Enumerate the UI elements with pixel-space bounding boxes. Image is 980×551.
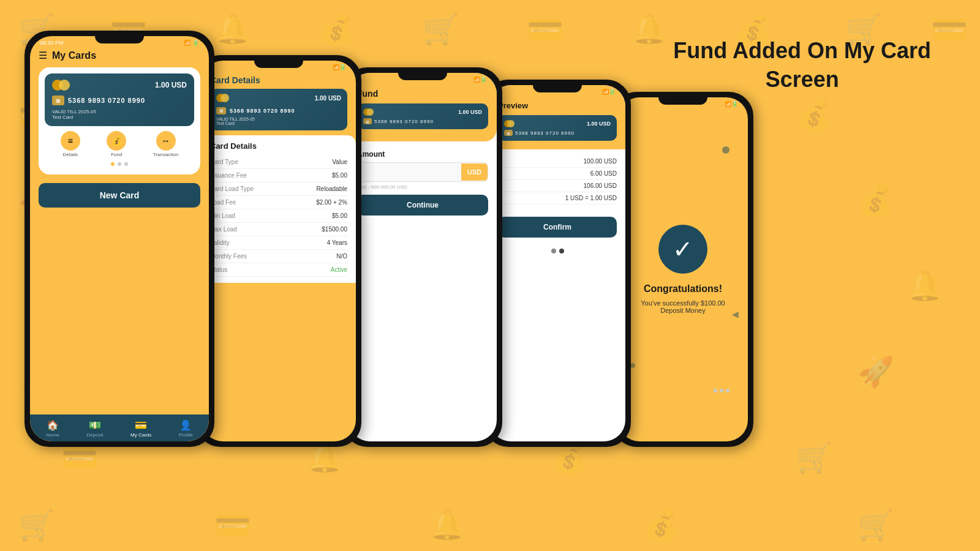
phone-1-notch — [95, 32, 144, 43]
fund-card-mini: 1.00 USD ▦ 5368 9893 0720 8990 — [357, 103, 488, 129]
preview-row-1: 100.00 USD — [498, 156, 617, 168]
credit-card: 1.00 USD ▦ 5368 9893 0720 8990 VALID TIL… — [45, 73, 194, 126]
mycards-title: My Cards — [52, 50, 96, 61]
hamburger-icon[interactable]: ☰ — [39, 50, 47, 61]
fund-screen-title: Fund — [357, 89, 488, 99]
preview-row-3: 106.00 USD — [498, 180, 617, 192]
nav-profile[interactable]: 👤 Profile — [179, 419, 193, 438]
fund-mc-logo — [363, 108, 374, 116]
phones-container: 08:30 PM 📶 🔋 ☰ My Cards — [24, 31, 753, 447]
signal-icons-1: 📶 🔋 — [184, 40, 199, 46]
nav-profile-label: Profile — [179, 432, 193, 438]
details-icon: ≡ — [61, 131, 80, 151]
preview-top: Preview 1.00 USD ▦ 5368 9893 0720 8990 — [489, 96, 625, 149]
screen-preview: 📶🔋 Preview 1.00 USD ▦ — [489, 85, 625, 441]
mycards-header: ☰ My Cards — [30, 47, 209, 65]
fund-top: Fund 1.00 USD ▦ 5368 9893 0720 8990 — [349, 84, 497, 141]
phone-4-notch — [533, 81, 582, 92]
card-top-row: 1.00 USD — [52, 80, 187, 91]
fund-card-amount: 1.00 USD — [458, 109, 482, 115]
phone-5-screen: 📶🔋 ◀ ✓ Congratulations! You've successfu… — [618, 97, 748, 441]
carddetails-title: Card Details — [210, 75, 260, 85]
nav-home[interactable]: 🏠 Home — [46, 419, 59, 438]
fund-body: Amount USD 0.10 - 500,000.00 USD Continu… — [349, 141, 497, 224]
nav-mycards[interactable]: 💳 My Cards — [130, 419, 151, 438]
nav-home-label: Home — [46, 432, 59, 438]
card-valid: VALID TILL 2025-05 — [52, 109, 187, 114]
details-list-title: Card Details — [210, 141, 347, 151]
detail-row-monthly: Monthly Fees N/O — [210, 250, 347, 263]
nav-deposit[interactable]: 💵 Deposit — [86, 419, 103, 438]
phone-1: 08:30 PM 📶 🔋 ☰ My Cards — [24, 31, 214, 447]
transaction-label: Transaction — [153, 152, 179, 157]
action-details[interactable]: ≡ Details — [61, 131, 80, 157]
screen-fund: 📶🔋 Fund 1.00 USD ▦ — [349, 73, 497, 441]
card-amount: 1.00 USD — [155, 81, 187, 89]
profile-icon: 👤 — [179, 419, 192, 431]
phone-4: 📶🔋 Preview 1.00 USD ▦ — [484, 80, 631, 447]
deco-arrow: ◀ — [732, 309, 739, 319]
card-carousel: 1.00 USD ▦ 5368 9893 0720 8990 VALID TIL… — [39, 67, 200, 174]
dot-2 — [118, 162, 121, 166]
action-transaction[interactable]: ↔ Transaction — [153, 131, 179, 157]
congrats-title: Congratulations! — [644, 283, 722, 294]
detail-row-maxload: Max Load $1500.00 — [210, 223, 347, 236]
detail-row-minload: Min Load $5.00 — [210, 209, 347, 223]
details-card-top: 1.00 USD — [216, 94, 341, 102]
detail-row-loadtype: Card Load Type Reloadable — [210, 182, 347, 196]
phone-2-screen: 📶🔋 Card Details 1.00 USD — [202, 61, 356, 441]
mc-circle-right — [59, 80, 70, 91]
fund-icon: 💰 — [107, 131, 126, 151]
phone-4-screen: 📶🔋 Preview 1.00 USD ▦ — [489, 85, 625, 441]
preview-dots — [489, 244, 625, 258]
transaction-icon: ↔ — [156, 131, 176, 151]
phone-5: 📶🔋 ◀ ✓ Congratulations! You've successfu… — [612, 92, 753, 447]
time-1: 08:30 PM — [40, 40, 64, 46]
nav-mycards-label: My Cards — [130, 432, 151, 438]
usd-badge: USD — [461, 163, 488, 181]
details-card-number: 5368 9893 0720 8990 — [230, 108, 295, 114]
card-chip-row: ▦ 5368 9893 0720 8990 — [52, 96, 187, 105]
bottom-nav: 🏠 Home 💵 Deposit 💳 My Cards 👤 Profile — [30, 414, 209, 441]
confirm-button[interactable]: Confirm — [498, 217, 617, 238]
mycards-icon: 💳 — [135, 419, 147, 431]
amount-input-row: USD — [357, 162, 488, 182]
detail-row-loadfee: Load Fee $2.00 + 2% — [210, 196, 347, 209]
phone-1-screen: 08:30 PM 📶 🔋 ☰ My Cards — [30, 36, 209, 441]
phone-2-notch — [254, 57, 303, 68]
fund-card-number: 5368 9893 0720 8990 — [374, 119, 434, 124]
card-number: 5368 9893 0720 8990 — [68, 97, 145, 104]
new-card-button[interactable]: New Card — [39, 183, 200, 208]
fund-chip: ▦ — [363, 118, 372, 124]
dot-1 — [111, 162, 115, 166]
preview-mc-logo — [504, 120, 514, 127]
signal-icons-2: 📶🔋 — [333, 64, 346, 70]
details-mc-c2 — [221, 94, 229, 102]
home-icon: 🏠 — [47, 419, 59, 431]
action-fund[interactable]: 💰 Fund — [107, 131, 126, 157]
carousel-dots — [45, 160, 194, 168]
detail-row-issuance: Issuance Fee $5.00 — [210, 169, 347, 182]
phone-3-screen: 📶🔋 Fund 1.00 USD ▦ — [349, 73, 497, 441]
chip-icon: ▦ — [52, 96, 64, 105]
details-card-amount: 1.00 USD — [315, 95, 341, 102]
card-name: Test Card — [52, 114, 187, 120]
details-label: Details — [63, 152, 78, 157]
fund-amount-label: Amount — [357, 150, 488, 159]
continue-button[interactable]: Continue — [357, 195, 488, 216]
check-icon: ✓ — [673, 235, 693, 263]
phone-3-notch — [398, 69, 447, 80]
detail-row-cardtype: Card Type Value — [210, 156, 347, 169]
deco-circle-2 — [630, 363, 635, 368]
card-actions: ≡ Details 💰 Fund ↔ Transaction — [45, 126, 194, 160]
details-card-preview: 1.00 USD ▦ 5368 9893 0720 8990 VALID TIL… — [210, 89, 347, 130]
phone-2: 📶🔋 Card Details 1.00 USD — [196, 55, 361, 447]
details-valid: VALID TILL 2025-05 — [216, 117, 341, 121]
details-credit-card: 1.00 USD ▦ 5368 9893 0720 8990 VALID TIL… — [210, 89, 347, 130]
preview-row-4: 1 USD = 1.00 USD — [498, 192, 617, 204]
deco-dots — [714, 389, 729, 392]
amount-input[interactable] — [358, 163, 461, 181]
amount-hint: 0.10 - 500,000.00 USD — [357, 184, 488, 190]
card-footer: VALID TILL 2025-05 Test Card — [52, 109, 187, 120]
phone-5-notch — [658, 94, 707, 105]
